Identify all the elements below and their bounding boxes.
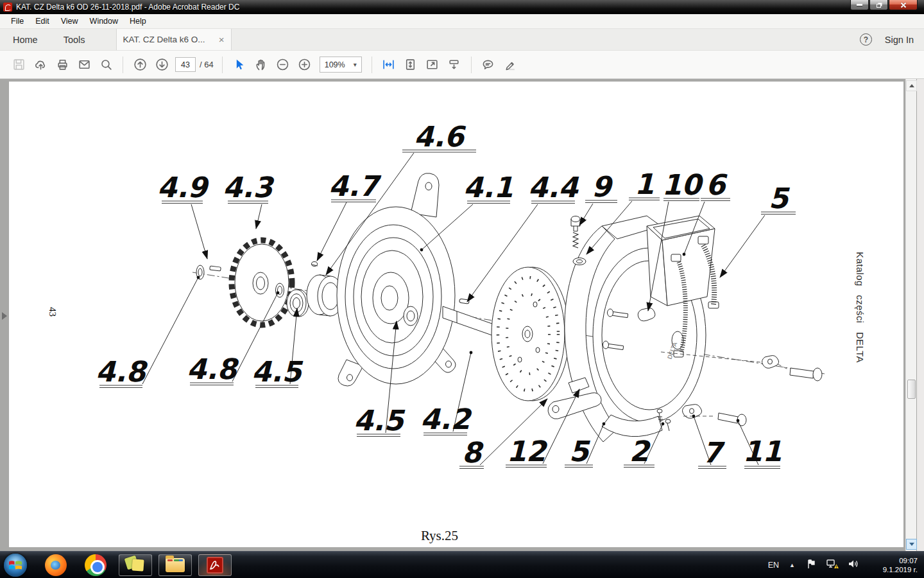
- part-label: 2: [629, 435, 651, 468]
- help-icon[interactable]: ?: [860, 33, 872, 46]
- sign-in-button[interactable]: Sign In: [885, 35, 914, 45]
- network-status-icon[interactable]: [826, 558, 839, 572]
- menu-bar: File Edit View Window Help: [0, 14, 924, 29]
- menu-file[interactable]: File: [5, 14, 30, 28]
- menu-window[interactable]: Window: [84, 14, 124, 28]
- comment-button[interactable]: [477, 55, 499, 75]
- tab-close-icon[interactable]: ×: [219, 34, 225, 45]
- fullscreen-icon: [425, 58, 439, 71]
- part-label: 4.1: [463, 171, 513, 204]
- zoom-out-icon: [276, 58, 289, 71]
- meter-housing-plate: [337, 173, 456, 386]
- volume-icon[interactable]: [848, 558, 860, 572]
- save-button[interactable]: [8, 55, 30, 75]
- language-indicator[interactable]: EN: [768, 561, 779, 570]
- scroll-up-button[interactable]: [906, 80, 917, 91]
- minimize-button[interactable]: [850, 0, 869, 10]
- tab-home[interactable]: Home: [0, 29, 51, 50]
- zoom-out-button[interactable]: [272, 55, 294, 75]
- part-label: 4.3: [223, 171, 275, 204]
- menu-help[interactable]: Help: [124, 14, 152, 28]
- start-button[interactable]: [4, 554, 27, 577]
- sprocket: [232, 240, 292, 325]
- part-label: 9: [592, 170, 613, 203]
- zoom-level-dropdown[interactable]: 109% ▾: [320, 57, 362, 73]
- previous-page-button[interactable]: [129, 55, 151, 75]
- tab-document-label: KAT. CZ Delta k6 O...: [123, 35, 215, 44]
- scroll-mode-icon: [447, 58, 461, 71]
- close-icon: [900, 2, 907, 8]
- print-button[interactable]: [51, 55, 73, 75]
- page-down-icon: [155, 58, 169, 71]
- part-label: 4.5: [354, 404, 406, 437]
- figure-caption: Rys.25: [395, 528, 484, 544]
- scroll-up-icon: [909, 84, 914, 87]
- menu-edit[interactable]: Edit: [30, 14, 55, 28]
- action-center-flag-icon[interactable]: [805, 558, 817, 572]
- fit-width-icon: [382, 58, 395, 71]
- diagram-parts: [193, 173, 825, 442]
- acrobat-window: KAT. CZ Delta k6 OD 26-11-2018.pdf - Ado…: [0, 0, 924, 578]
- scroll-down-button[interactable]: [906, 539, 917, 550]
- vertical-scrollbar[interactable]: [905, 79, 916, 551]
- windows-taskbar: EN ▲ 0: [0, 551, 924, 578]
- part-label: 4.8: [96, 355, 148, 388]
- window-title: KAT. CZ Delta k6 OD 26-11-2018.pdf - Ado…: [16, 3, 239, 12]
- email-icon: [78, 58, 91, 71]
- pencil-icon: [503, 58, 517, 71]
- exploded-diagram: 4.9 4.3 4.7 4.6 4.1 4.4 9 1 10 6 5 4.8 4…: [9, 82, 903, 547]
- search-icon: [99, 58, 113, 71]
- part-label: 4.8: [187, 353, 239, 385]
- taskbar-acrobat-button[interactable]: [198, 554, 232, 576]
- cloud-upload-icon: [34, 58, 47, 71]
- tray-expand-icon[interactable]: ▲: [789, 562, 795, 568]
- page-number-input[interactable]: [175, 57, 196, 72]
- taskbar-explorer-button[interactable]: [158, 554, 192, 576]
- share-button[interactable]: [30, 55, 51, 75]
- taskbar-sticky-notes-button[interactable]: [119, 554, 152, 576]
- part-label: 4.5: [252, 355, 304, 388]
- zoom-in-icon: [298, 58, 311, 71]
- email-button[interactable]: [73, 55, 95, 75]
- fit-page-button[interactable]: [400, 55, 422, 75]
- seeder-housing: [548, 216, 822, 442]
- restore-button[interactable]: [869, 0, 888, 10]
- part-label: 5: [769, 182, 791, 215]
- windows-logo-icon: [8, 559, 22, 572]
- part-label: 1: [635, 168, 654, 200]
- tab-document[interactable]: KAT. CZ Delta k6 O... ×: [116, 29, 232, 50]
- scrollbar-thumb[interactable]: [907, 380, 916, 399]
- part-label: 7: [703, 436, 726, 469]
- close-button[interactable]: [889, 0, 918, 10]
- part-label: 10: [662, 168, 704, 201]
- cursor-icon: [232, 58, 246, 71]
- toolbar: / 64 109% ▾: [0, 50, 924, 79]
- navigation-pane-expand-icon[interactable]: [2, 312, 7, 320]
- seed-disc: [492, 267, 569, 401]
- restore-icon: [877, 4, 881, 8]
- clock-date: 9.1.2019 r.: [873, 565, 918, 574]
- print-icon: [56, 58, 69, 71]
- window-edge: [917, 79, 924, 551]
- selection-tool-button[interactable]: [228, 55, 250, 75]
- acrobat-app-icon: [3, 3, 12, 12]
- scrolling-mode-button[interactable]: [443, 55, 465, 75]
- part-label: 11: [742, 435, 782, 468]
- menu-view[interactable]: View: [55, 14, 84, 28]
- next-page-button[interactable]: [151, 55, 173, 75]
- hand-tool-button[interactable]: [250, 55, 272, 75]
- taskbar-firefox-icon[interactable]: [45, 554, 67, 576]
- page-margin-title: Katalog części DELTA: [855, 252, 866, 363]
- taskbar-chrome-icon[interactable]: [85, 554, 107, 576]
- fullscreen-button[interactable]: [422, 55, 443, 75]
- part-label: 6: [706, 168, 728, 201]
- taskbar-clock[interactable]: 09:07 9.1.2019 r.: [873, 556, 918, 574]
- fit-width-button[interactable]: [378, 55, 400, 75]
- folder-icon: [166, 558, 185, 572]
- find-button[interactable]: [95, 55, 117, 75]
- acrobat-reader-icon: [207, 557, 223, 574]
- save-icon: [12, 58, 26, 71]
- sign-button[interactable]: [499, 55, 521, 75]
- tab-tools[interactable]: Tools: [51, 29, 98, 50]
- zoom-in-button[interactable]: [294, 55, 316, 75]
